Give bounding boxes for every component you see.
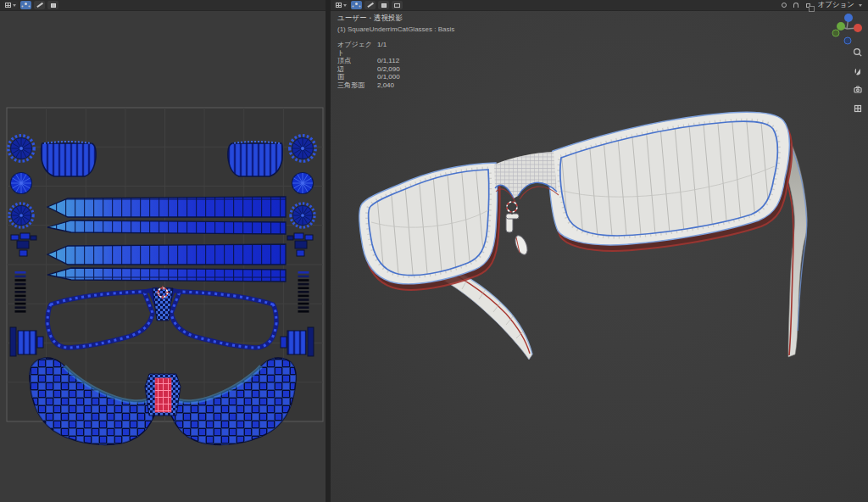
- chevron-down-icon: [13, 4, 16, 7]
- edge-select-icon: [36, 3, 42, 8]
- viewport-3d-cursor: [504, 199, 520, 215]
- uv-selected-faces: [155, 378, 171, 412]
- snap-toggle-button[interactable]: [792, 1, 801, 10]
- left-lens: [359, 163, 498, 284]
- gizmo-z-axis[interactable]: [844, 14, 853, 22]
- nose-bridge: [494, 152, 559, 202]
- viewport-editor-type-glyph: [336, 3, 342, 8]
- uv-editor-header: [0, 0, 326, 11]
- stat-value: 1/1: [377, 41, 387, 57]
- snap-magnet-icon: [793, 3, 798, 8]
- vertex-select-button[interactable]: [351, 1, 362, 9]
- face-select-button[interactable]: [378, 1, 389, 9]
- proportional-editing-icon: [782, 3, 787, 8]
- face-select-icon: [51, 3, 56, 8]
- gizmo-x-axis[interactable]: [854, 24, 862, 32]
- overlays-button[interactable]: [804, 1, 813, 10]
- navigation-axis-gizmo[interactable]: [832, 14, 862, 44]
- viewport-3d-panel: オプション ユーザー・透視投影 (1) SquareUnderrimCatGla…: [331, 0, 868, 502]
- stat-value: 2,040: [377, 81, 394, 90]
- gizmo-y-axis[interactable]: [837, 22, 845, 31]
- stat-label: 面: [337, 73, 377, 81]
- viewport-editor-type-icon[interactable]: [334, 1, 348, 9]
- edge-select-icon: [367, 3, 373, 8]
- camera-view-icon[interactable]: [854, 86, 861, 92]
- uv-editor-panel: [0, 0, 326, 502]
- stat-value: 0/1,000: [377, 73, 400, 81]
- zoom-icon[interactable]: [854, 49, 862, 57]
- gizmo-z-neg-axis[interactable]: [844, 37, 851, 44]
- blender-window: オプション ユーザー・透視投影 (1) SquareUnderrimCatGla…: [0, 0, 868, 502]
- viewport-side-tools: [854, 49, 862, 112]
- stat-label: 頂点: [337, 57, 377, 65]
- vertex-select-button[interactable]: [20, 1, 31, 9]
- xray-toggle-icon: [394, 3, 400, 8]
- scene-statistics: オブジェクト1/1 頂点0/1,112 辺0/2,090 面0/1,000 三角…: [337, 41, 454, 89]
- face-select-icon: [381, 3, 387, 8]
- viewport-header: オプション: [331, 0, 868, 11]
- stat-value: 0/2,090: [377, 65, 400, 74]
- chevron-down-icon: [859, 4, 862, 7]
- view-mode-label: ユーザー・透視投影: [337, 14, 454, 24]
- chevron-down-icon: [343, 4, 347, 7]
- glasses-mesh: [359, 112, 807, 360]
- pan-hand-icon[interactable]: [855, 68, 860, 75]
- viewport-overlay-text: ユーザー・透視投影 (1) SquareUnderrimCatGlasses :…: [337, 14, 454, 89]
- ortho-toggle-icon[interactable]: [855, 106, 861, 112]
- options-label: オプション: [818, 0, 855, 10]
- stat-value: 0/1,112: [377, 57, 399, 65]
- overlays-icon: [806, 3, 810, 8]
- edge-select-button[interactable]: [364, 1, 376, 9]
- stat-label: 辺: [337, 65, 377, 74]
- gizmo-y-neg-axis[interactable]: [832, 30, 839, 36]
- nose-pad-hinge: [506, 214, 530, 256]
- face-select-button[interactable]: [47, 1, 58, 9]
- vertex-select-icon: [355, 3, 358, 5]
- xray-toggle-button[interactable]: [392, 1, 403, 9]
- proportional-editing-button[interactable]: [780, 1, 789, 10]
- options-dropdown[interactable]: オプション: [815, 1, 865, 10]
- vertex-select-icon: [25, 3, 27, 5]
- uv-canvas[interactable]: [0, 12, 326, 502]
- uv-editor-type-icon[interactable]: [3, 1, 18, 9]
- stat-label: オブジェクト: [337, 41, 377, 57]
- stat-label: 三角形面: [337, 81, 377, 90]
- uv-editor-type-glyph: [5, 3, 11, 8]
- active-object-label: (1) SquareUnderrimCatGlasses : Basis: [337, 25, 454, 33]
- edge-select-button[interactable]: [34, 1, 45, 9]
